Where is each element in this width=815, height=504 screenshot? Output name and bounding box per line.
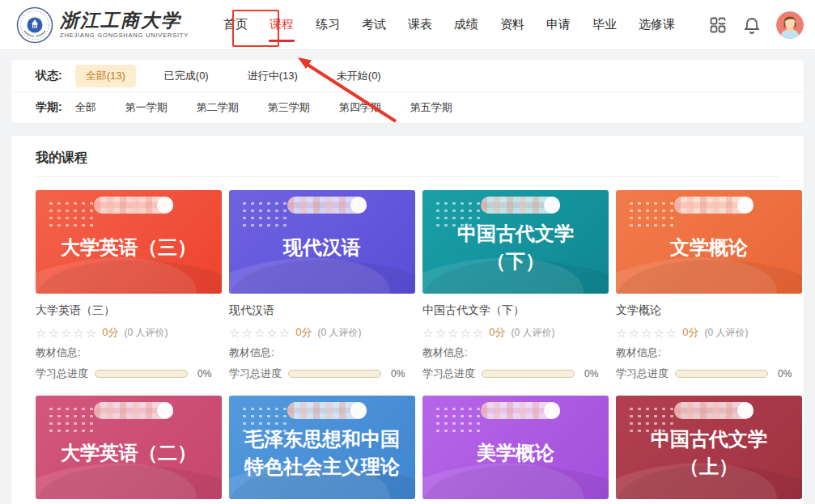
progress-percent: 0%: [391, 368, 405, 379]
semester-filter-option[interactable]: 第二学期: [197, 100, 239, 115]
nav-item-3[interactable]: 练习: [315, 14, 341, 36]
course-grid: 大学英语（三） 大学英语（三） ☆☆☆☆☆ 0分 (0 人评价) 教材信息: 学…: [11, 177, 804, 504]
course-card[interactable]: 毛泽东思想和中国 特色社会主义理论 毛泽东思想和中国特色社会主义理... ☆☆☆…: [229, 396, 415, 504]
bell-icon[interactable]: [742, 15, 762, 35]
nav-item-6[interactable]: 成绩: [453, 14, 479, 36]
course-banner[interactable]: 毛泽东思想和中国 特色社会主义理论: [229, 396, 415, 499]
nav-item-7[interactable]: 资料: [499, 14, 525, 36]
progress-bar: [95, 370, 188, 378]
semester-filter-option[interactable]: 第五学期: [410, 100, 452, 115]
course-banner-title: 文学概论: [662, 222, 756, 261]
status-filter-option[interactable]: 进行中(13): [237, 65, 308, 87]
user-avatar[interactable]: [776, 11, 804, 39]
star-rating-icons[interactable]: ☆☆☆☆☆: [616, 327, 678, 339]
blurred-teacher-name: [481, 402, 560, 419]
course-card[interactable]: 大学英语（二） 大学英语（二） ☆☆☆☆☆ 0分 (0 人评价) 教材信息: 学…: [36, 396, 222, 504]
course-card[interactable]: 文学概论 文学概论 ☆☆☆☆☆ 0分 (0 人评价) 教材信息: 学习总进度 0…: [616, 190, 802, 381]
course-banner-title: 大学英语（三）: [53, 222, 205, 261]
progress-label: 学习总进度: [422, 366, 475, 381]
material-info-label: 教材信息:: [616, 345, 802, 360]
progress-bar: [482, 370, 575, 378]
progress-label: 学习总进度: [229, 366, 282, 381]
main-nav: 首页 课程 练习 考试 课表 成绩 资料 申请 毕业 选修课: [223, 14, 676, 36]
star-rating-icons[interactable]: ☆☆☆☆☆: [422, 327, 485, 339]
university-seal-icon: [16, 6, 53, 44]
course-name[interactable]: 中国古代文学（下）: [422, 303, 609, 318]
review-count: (0 人评价): [317, 326, 361, 340]
course-banner[interactable]: 中国古代文学 （上）: [616, 396, 802, 499]
blurred-teacher-name: [94, 197, 173, 214]
semester-filter-option[interactable]: 第四学期: [339, 100, 381, 115]
course-banner-title: 美学概论: [469, 428, 562, 467]
my-courses-panel: 我的课程 大学英语（三） 大学英语（三） ☆☆☆☆☆ 0分 (0 人评价) 教材…: [11, 136, 804, 504]
course-card[interactable]: 现代汉语 现代汉语 ☆☆☆☆☆ 0分 (0 人评价) 教材信息: 学习总进度 0…: [229, 190, 415, 381]
progress-percent: 0%: [197, 368, 211, 379]
course-banner[interactable]: 文学概论: [616, 190, 802, 294]
rating-score: 0分: [682, 325, 698, 340]
blurred-teacher-name: [674, 197, 753, 214]
progress-label: 学习总进度: [616, 366, 669, 381]
course-banner-title: 毛泽东思想和中国 特色社会主义理论: [236, 414, 408, 480]
nav-item-8[interactable]: 申请: [545, 14, 571, 36]
nav-item-5[interactable]: 课表: [407, 14, 433, 36]
course-name[interactable]: 现代汉语: [229, 303, 415, 318]
star-rating-icons[interactable]: ☆☆☆☆☆: [229, 327, 291, 339]
course-card[interactable]: 大学英语（三） 大学英语（三） ☆☆☆☆☆ 0分 (0 人评价) 教材信息: 学…: [36, 190, 222, 381]
course-banner-title: 中国古代文学 （下）: [449, 209, 582, 274]
course-banner-title: 现代汉语: [275, 222, 369, 261]
top-header: 浙江工商大学 ZHEJIANG GONGSHANG UNIVERSITY 首页 …: [0, 0, 815, 50]
nav-item-4[interactable]: 考试: [361, 14, 387, 36]
course-card[interactable]: 中国古代文学 （上） 中国古代文学（上） ☆☆☆☆☆ 0分 (0 人评价) 教材…: [616, 396, 802, 504]
nav-item-1[interactable]: 首页: [223, 14, 248, 36]
progress-label: 学习总进度: [36, 366, 88, 381]
rating-score: 0分: [489, 325, 505, 340]
progress-percent: 0%: [584, 368, 598, 379]
review-count: (0 人评价): [704, 326, 748, 340]
progress-percent: 0%: [778, 368, 792, 379]
section-title: 我的课程: [11, 136, 804, 176]
course-banner[interactable]: 现代汉语: [229, 190, 415, 294]
semester-filter-option[interactable]: 第三学期: [268, 100, 310, 115]
review-count: (0 人评价): [511, 326, 554, 340]
rating-score: 0分: [295, 325, 312, 340]
course-banner[interactable]: 中国古代文学 （下）: [422, 190, 609, 294]
progress-bar: [288, 370, 381, 378]
course-card[interactable]: 美学概论 美学概论 ☆☆☆☆☆ 0分 (0 人评价) 教材信息: 学习总进度 0…: [422, 396, 609, 504]
university-name-en: ZHEJIANG GONGSHANG UNIVERSITY: [60, 32, 189, 39]
course-banner-title: 中国古代文学 （上）: [643, 414, 775, 480]
semester-filter-option[interactable]: 第一学期: [125, 100, 168, 115]
course-banner[interactable]: 大学英语（三）: [36, 190, 222, 294]
material-info-label: 教材信息:: [422, 345, 609, 360]
blurred-teacher-name: [94, 402, 173, 419]
course-banner[interactable]: 大学英语（二）: [36, 396, 222, 499]
rating-score: 0分: [102, 325, 118, 340]
course-name[interactable]: 文学概论: [616, 303, 802, 318]
semester-filter-option[interactable]: 全部: [75, 100, 96, 115]
review-count: (0 人评价): [124, 326, 168, 340]
status-filter-option[interactable]: 已完成(0): [154, 65, 219, 87]
status-filter-option[interactable]: 未开始(0): [326, 65, 392, 87]
nav-item-10[interactable]: 选修课: [638, 14, 676, 36]
university-logo: 浙江工商大学 ZHEJIANG GONGSHANG UNIVERSITY: [16, 6, 189, 44]
filter-panel: 状态: 全部(13) 已完成(0) 进行中(13) 未开始(0) 学期: 全部 …: [11, 60, 804, 123]
apps-grid-icon[interactable]: [708, 15, 728, 35]
course-banner-title: 大学英语（二）: [53, 428, 205, 467]
course-banner[interactable]: 美学概论: [422, 396, 609, 499]
university-name-cn: 浙江工商大学: [60, 11, 189, 29]
progress-bar: [675, 370, 768, 378]
course-name[interactable]: 大学英语（三）: [36, 303, 222, 318]
material-info-label: 教材信息:: [229, 345, 415, 360]
nav-item-2[interactable]: 课程: [269, 14, 295, 36]
blurred-teacher-name: [287, 197, 367, 214]
star-rating-icons[interactable]: ☆☆☆☆☆: [36, 327, 98, 339]
nav-item-9[interactable]: 毕业: [592, 14, 618, 36]
status-filter-option[interactable]: 全部(13): [75, 65, 136, 87]
material-info-label: 教材信息:: [36, 345, 222, 360]
course-card[interactable]: 中国古代文学 （下） 中国古代文学（下） ☆☆☆☆☆ 0分 (0 人评价) 教材…: [422, 190, 609, 381]
status-filter-label: 状态:: [36, 69, 62, 83]
semester-filter-label: 学期:: [36, 100, 62, 115]
